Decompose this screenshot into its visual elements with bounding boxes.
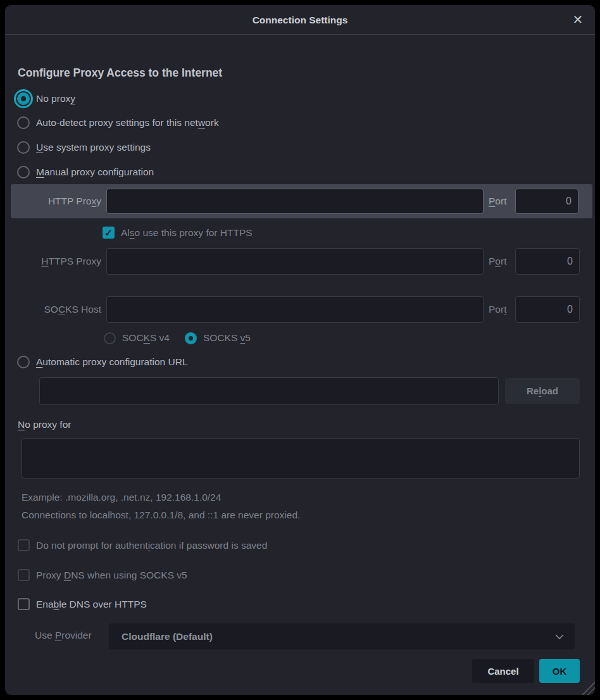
system-proxy-label[interactable]: Use system proxy settings	[36, 142, 151, 153]
https-proxy-row: HTTPS Proxy Port	[11, 248, 592, 275]
socks-port-label: Port	[489, 296, 514, 323]
socks-host-label: SOCKS Host	[11, 296, 101, 323]
auto-url-input[interactable]	[39, 377, 499, 405]
socks-v5-radio[interactable]	[185, 332, 197, 344]
proxy-dns-checkbox[interactable]	[18, 569, 30, 581]
http-proxy-row: HTTP Proxy Port	[11, 184, 592, 218]
https-proxy-input[interactable]	[106, 248, 484, 275]
dialog-title: Connection Settings	[5, 5, 595, 35]
cancel-button[interactable]: Cancel	[472, 659, 534, 683]
connection-settings-dialog: Connection Settings ✕ Configure Proxy Ac…	[5, 5, 595, 695]
no-prompt-auth-row: Do not prompt for authentication if pass…	[18, 538, 267, 553]
no-prompt-auth-checkbox[interactable]	[18, 539, 30, 551]
no-proxy-radio[interactable]	[17, 92, 30, 105]
no-proxy-for-label: No proxy for	[18, 419, 71, 430]
https-port-input[interactable]	[515, 248, 580, 275]
chevron-down-icon	[554, 634, 565, 640]
provider-dropdown-value: Cloudflare (Default)	[109, 623, 575, 649]
socks-version-row: SOCKS v4 SOCKS v5	[104, 330, 251, 346]
use-provider-label: Use Provider	[35, 630, 92, 641]
manual-proxy-radio[interactable]	[17, 166, 30, 178]
auto-url-radio[interactable]	[17, 356, 30, 368]
no-proxy-for-textarea[interactable]	[22, 438, 580, 478]
no-prompt-auth-label: Do not prompt for authentication if pass…	[36, 540, 267, 551]
never-proxied-note: Connections to localhost, 127.0.0.1/8, a…	[22, 509, 300, 521]
no-proxy-example-text: Example: .mozilla.org, .net.nz, 192.168.…	[22, 492, 221, 503]
ok-button[interactable]: OK	[539, 659, 580, 683]
page-title: Configure Proxy Access to the Internet	[18, 66, 222, 80]
no-proxy-label[interactable]: No proxy	[36, 93, 75, 104]
socks-v5-label: SOCKS v5	[203, 332, 251, 344]
checkmark-icon: ✓	[104, 227, 113, 239]
auto-detect-radio[interactable]	[17, 116, 30, 129]
socks-v4-radio[interactable]	[104, 332, 116, 344]
radio-row-auto-detect: Auto-detect proxy settings for this netw…	[17, 115, 219, 130]
http-proxy-input[interactable]	[106, 189, 484, 214]
socks-port-input[interactable]	[515, 296, 580, 323]
socks-host-input[interactable]	[106, 296, 484, 323]
system-proxy-radio[interactable]	[17, 141, 30, 154]
socks-host-row: SOCKS Host Port	[11, 296, 592, 323]
close-button[interactable]: ✕	[570, 11, 586, 28]
auto-url-label[interactable]: Automatic proxy configuration URL	[36, 356, 188, 368]
resize-grip-icon[interactable]	[581, 681, 595, 695]
http-port-label: Port	[489, 184, 514, 218]
share-proxy-label: Also use this proxy for HTTPS	[121, 227, 253, 239]
https-proxy-label: HTTPS Proxy	[11, 248, 101, 275]
http-proxy-label: HTTP Proxy	[11, 184, 101, 218]
dialog-titlebar: Connection Settings ✕	[5, 5, 595, 35]
auto-detect-label[interactable]: Auto-detect proxy settings for this netw…	[36, 117, 219, 128]
radio-row-auto-url: Automatic proxy configuration URL	[17, 354, 188, 370]
proxy-dns-row: Proxy DNS when using SOCKS v5	[18, 568, 187, 582]
share-proxy-checkbox-row: ✓ Also use this proxy for HTTPS	[103, 225, 253, 240]
share-proxy-checkbox[interactable]: ✓	[103, 227, 115, 239]
proxy-dns-label: Proxy DNS when using SOCKS v5	[36, 570, 187, 581]
dns-over-https-row: Enable DNS over HTTPS	[18, 597, 147, 611]
reload-button[interactable]: Reload	[505, 378, 580, 404]
manual-proxy-label[interactable]: Manual proxy configuration	[36, 166, 154, 178]
dns-over-https-label[interactable]: Enable DNS over HTTPS	[36, 599, 147, 610]
https-port-label: Port	[489, 248, 514, 275]
socks-v4-label: SOCKS v4	[122, 332, 170, 344]
close-icon: ✕	[573, 13, 584, 27]
dns-over-https-checkbox[interactable]	[18, 598, 30, 610]
radio-row-manual-proxy: Manual proxy configuration	[17, 165, 154, 180]
http-port-input[interactable]	[515, 189, 578, 214]
radio-row-no-proxy: No proxy	[17, 91, 75, 106]
radio-row-system-proxy: Use system proxy settings	[17, 140, 151, 155]
provider-dropdown[interactable]: Cloudflare (Default)	[109, 623, 575, 649]
